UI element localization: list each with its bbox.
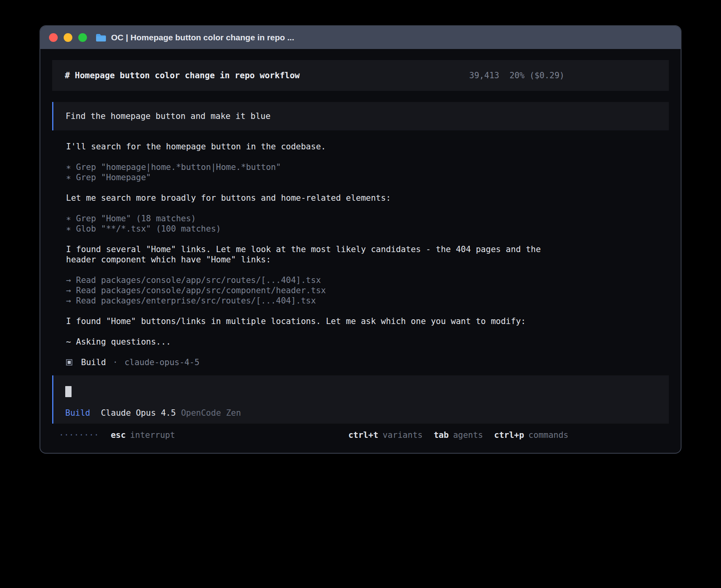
agent-badge-icon: [66, 359, 72, 366]
model-label[interactable]: Claude Opus 4.5: [101, 408, 176, 418]
tool-call-grep: ∗ Grep "Home" (18 matches): [66, 213, 669, 224]
commands-label: commands: [528, 430, 568, 440]
agent-separator: ·: [113, 357, 118, 368]
ctrl-t-key: ctrl+t: [348, 430, 378, 440]
folder-icon: [96, 33, 106, 42]
assistant-text: I found several "Home" links. Let me loo…: [66, 244, 560, 265]
agents-label: agents: [453, 430, 483, 440]
assistant-text: I found "Home" buttons/links in multiple…: [66, 316, 560, 326]
esc-key: esc: [111, 430, 126, 440]
terminal-window: OC | Homepage button color change in rep…: [40, 25, 681, 454]
user-message: Find the homepage button and make it blu…: [52, 102, 669, 130]
agent-model: claude-opus-4-5: [125, 357, 200, 368]
tool-call-glob: ∗ Glob "**/*.tsx" (100 matches): [66, 224, 669, 234]
tool-call-read: → Read packages/console/app/src/routes/[…: [66, 275, 669, 285]
user-message-text: Find the homepage button and make it blu…: [66, 111, 270, 121]
context-usage: 20% ($0.29): [510, 70, 564, 81]
interrupt-label: interrupt: [130, 430, 175, 440]
ctrl-p-key: ctrl+p: [494, 430, 524, 440]
variants-label: variants: [383, 430, 423, 440]
spinner-dots: ········: [59, 430, 99, 440]
prompt-input[interactable]: Build Claude Opus 4.5 OpenCode Zen: [52, 375, 669, 424]
titlebar[interactable]: OC | Homepage button color change in rep…: [40, 26, 681, 49]
close-button[interactable]: [49, 33, 58, 42]
provider-label: OpenCode Zen: [181, 408, 241, 418]
hint-agents: tab agents: [434, 430, 483, 440]
agent-status-line: Build · claude-opus-4-5: [66, 357, 669, 368]
assistant-text: Let me search more broadly for buttons a…: [66, 193, 669, 203]
tool-call-read: → Read packages/console/app/src/componen…: [66, 285, 669, 296]
assistant-text: I'll search for the homepage button in t…: [66, 141, 669, 152]
status-bar-left: ········ esc interrupt: [52, 430, 175, 440]
text-cursor: [65, 386, 72, 397]
window-title: OC | Homepage button color change in rep…: [111, 33, 294, 42]
hint-variants: ctrl+t variants: [348, 430, 423, 440]
minimize-button[interactable]: [64, 33, 72, 42]
tool-call-read: → Read packages/enterprise/src/routes/[.…: [66, 296, 669, 306]
asking-questions-status: ~ Asking questions...: [66, 337, 669, 347]
terminal-content[interactable]: # Homepage button color change in repo w…: [40, 49, 681, 453]
session-header: # Homepage button color change in repo w…: [52, 60, 669, 91]
session-title: # Homepage button color change in repo w…: [65, 70, 300, 81]
agent-name: Build: [81, 357, 106, 368]
maximize-button[interactable]: [78, 33, 87, 42]
hint-interrupt: esc interrupt: [111, 430, 175, 440]
status-bar: ········ esc interrupt ctrl+t variants t…: [52, 430, 669, 440]
conversation: I'll search for the homepage button in t…: [52, 141, 669, 368]
tool-call-grep: ∗ Grep "homepage|home.*button|Home.*butt…: [66, 162, 669, 172]
status-bar-right: ctrl+t variants tab agents ctrl+p comman…: [348, 430, 568, 440]
tool-call-group: ∗ Grep "Home" (18 matches) ∗ Glob "**/*.…: [66, 213, 669, 234]
agent-mode-label[interactable]: Build: [65, 408, 90, 418]
session-stats: 39,413 20% ($0.29): [469, 70, 564, 81]
tool-call-grep: ∗ Grep "Homepage": [66, 172, 669, 183]
tool-call-group: → Read packages/console/app/src/routes/[…: [66, 275, 669, 306]
input-meta: Build Claude Opus 4.5 OpenCode Zen: [65, 408, 669, 418]
token-count: 39,413: [469, 70, 499, 81]
tab-key: tab: [434, 430, 449, 440]
traffic-lights: [49, 33, 87, 42]
hint-commands: ctrl+p commands: [494, 430, 568, 440]
tool-call-group: ∗ Grep "homepage|home.*button|Home.*butt…: [66, 162, 669, 183]
